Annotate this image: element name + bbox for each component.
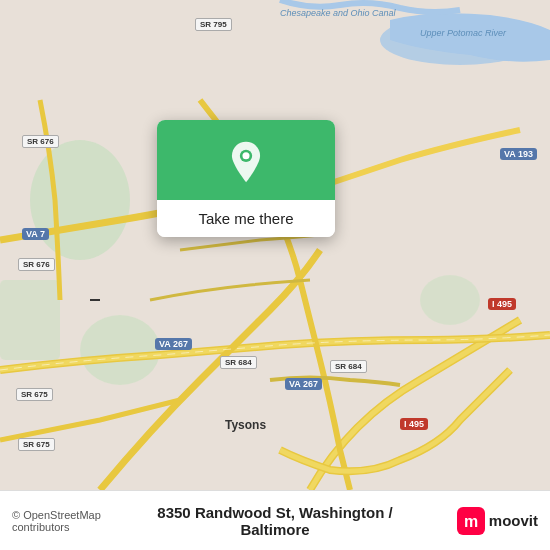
copyright-text: © OpenStreetMap contributors — [12, 509, 140, 533]
svg-text:m: m — [464, 513, 478, 530]
popup-green-area — [157, 120, 335, 200]
bottom-bar: © OpenStreetMap contributors 8350 Randwo… — [0, 490, 550, 550]
highway-va7: VA 7 — [22, 228, 49, 240]
map-container: Chesapeake and Ohio Canal Upper Potomac … — [0, 0, 550, 490]
city-label-tysons: Tysons — [225, 418, 266, 432]
route-badge-684-left: SR 684 — [220, 356, 257, 369]
route-badge-675-top: SR 675 — [16, 388, 53, 401]
route-badge-675-bot: SR 675 — [18, 438, 55, 451]
take-me-there-button[interactable]: Take me there — [157, 200, 335, 237]
route-badge-676-top: SR 676 — [22, 135, 59, 148]
svg-point-8 — [242, 152, 249, 159]
water-label-river: Upper Potomac River — [420, 28, 506, 38]
highway-i495-bot: I 495 — [400, 418, 428, 430]
route-badge-684-right: SR 684 — [330, 360, 367, 373]
highway-i495-right: I 495 — [488, 298, 516, 310]
popup-card: Take me there — [157, 120, 335, 237]
route-badge-676-mid: SR 676 — [18, 258, 55, 271]
svg-point-4 — [420, 275, 480, 325]
svg-point-3 — [80, 315, 160, 385]
address-text: 8350 Randwood St, Washington / Baltimore — [148, 504, 403, 538]
highway-va193: VA 193 — [500, 148, 537, 160]
moovit-logo: m moovit — [411, 507, 539, 535]
svg-point-2 — [30, 140, 130, 260]
svg-rect-5 — [0, 280, 60, 360]
moovit-text: moovit — [489, 512, 538, 529]
moovit-icon: m — [457, 507, 485, 535]
highway-va267-right: VA 267 — [285, 378, 322, 390]
water-label-canal: Chesapeake and Ohio Canal — [280, 8, 396, 18]
highway-va267-left: VA 267 — [155, 338, 192, 350]
route-badge-795: SR 795 — [195, 18, 232, 31]
location-pin-icon — [224, 140, 268, 184]
